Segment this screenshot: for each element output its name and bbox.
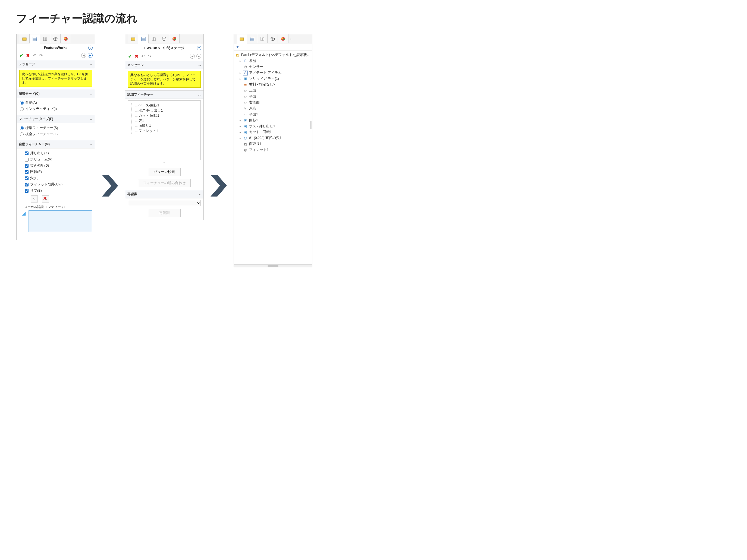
tab-feature-icon[interactable]: [128, 34, 138, 43]
svg-rect-0: [23, 38, 26, 41]
tree-item[interactable]: ▸▣カット - 回転1: [235, 129, 311, 135]
radio-interactive[interactable]: インタラクティブ(I): [19, 106, 92, 112]
tab-dim-icon[interactable]: [159, 34, 169, 43]
svg-rect-5: [45, 38, 47, 41]
tree-item[interactable]: ▱平面1: [235, 112, 311, 117]
clear-selection-icon[interactable]: ⇖✕: [42, 195, 49, 203]
list-item[interactable]: フィレット1: [134, 128, 198, 134]
tab-property-icon[interactable]: [138, 34, 149, 44]
tab-property-icon[interactable]: [30, 34, 40, 44]
next-icon[interactable]: ►: [197, 54, 201, 59]
filter-bar[interactable]: ▼: [234, 44, 312, 51]
list-item[interactable]: 面取り1: [134, 123, 198, 128]
prev-icon[interactable]: ◄: [190, 54, 195, 59]
undo-icon[interactable]: ↶: [32, 53, 37, 58]
horizontal-scrollbar[interactable]: [234, 264, 312, 267]
combine-button[interactable]: フィーチャーの組み合わせ: [138, 179, 191, 187]
svg-point-22: [173, 37, 174, 39]
help-icon[interactable]: ?: [197, 46, 201, 50]
chk-volume[interactable]: ボリューム(V): [24, 156, 92, 163]
tree-item[interactable]: ▸Aアノテート アイテム: [235, 70, 311, 76]
pattern-search-button[interactable]: パターン検索: [148, 168, 181, 176]
radio-sheetmetal[interactable]: 板金フィーチャー(L): [19, 131, 92, 137]
auto-header[interactable]: 自動フィーチャー(M)︿: [17, 140, 95, 149]
type-header[interactable]: フィーチャー タイプ(F)︿: [17, 115, 95, 123]
select-filter-icon[interactable]: ⇖: [31, 195, 38, 203]
tab-property-icon[interactable]: [247, 34, 257, 43]
chk-extrude[interactable]: 押し出し(X): [24, 150, 92, 156]
radio-standard[interactable]: 標準フィーチャー(S): [19, 125, 92, 131]
next-icon[interactable]: ►: [88, 53, 93, 58]
rerecog-button[interactable]: 再認識: [148, 209, 181, 217]
tab-dim-icon[interactable]: [50, 34, 60, 43]
entity-select-box[interactable]: [28, 210, 92, 232]
overflow-icon[interactable]: ›: [288, 34, 294, 43]
expand-icon[interactable]: ▸: [239, 59, 241, 63]
ok-icon[interactable]: ✔: [19, 53, 24, 58]
list-item[interactable]: カット-回転1: [134, 113, 198, 118]
tree-item[interactable]: ▸◉回転1: [235, 117, 311, 124]
tab-config-icon[interactable]: [40, 34, 50, 43]
chk-hole[interactable]: 穴(H): [24, 175, 92, 181]
mode-header[interactable]: 認識モード(C)︿: [17, 89, 95, 98]
undo-icon[interactable]: ↶: [140, 54, 145, 59]
tree-item[interactable]: ▱右側面: [235, 100, 311, 106]
redo-icon[interactable]: ↷: [38, 53, 43, 58]
expand-icon[interactable]: ▸: [239, 118, 241, 123]
svg-point-23: [174, 38, 176, 40]
chk-draft[interactable]: 抜き勾配(D): [24, 163, 92, 169]
radio-auto[interactable]: 自動(A): [19, 100, 92, 106]
tree-item[interactable]: ◔センサー: [235, 64, 311, 70]
scroll-grip-icon[interactable]: [310, 121, 312, 129]
panel1-msg-header[interactable]: メッセージ︿: [17, 60, 95, 69]
cancel-icon[interactable]: ✖: [25, 53, 30, 58]
tab-dim-icon[interactable]: [267, 34, 278, 43]
recognized-feature-list[interactable]: ベース-回転1ボス-押し出し1カット-回転1穴1面取り1フィレット1: [128, 101, 201, 160]
tab-feature-icon[interactable]: [237, 34, 247, 44]
tree-item[interactable]: ≣材料 <指定なし>: [235, 82, 311, 88]
svg-rect-16: [152, 37, 153, 41]
resize-grip-icon[interactable]: ○: [128, 160, 201, 165]
tree-item[interactable]: ▸◎#1 (0.228) 直径の穴1: [235, 135, 311, 141]
list-item[interactable]: 穴1: [134, 118, 198, 124]
redo-icon[interactable]: ↷: [147, 54, 152, 59]
panel2-msg-header[interactable]: メッセージ︿: [125, 61, 203, 69]
chk-revolve[interactable]: 回転(E): [24, 169, 92, 175]
chk-rib[interactable]: リブ(B): [24, 188, 92, 194]
svg-point-11: [66, 38, 67, 40]
ok-icon[interactable]: ✔: [127, 54, 132, 59]
tab-appearance-icon[interactable]: [278, 34, 288, 43]
expand-icon[interactable]: ▸: [239, 71, 241, 76]
tree-item[interactable]: ↳原点: [235, 106, 311, 112]
expand-icon[interactable]: ▸: [239, 124, 241, 129]
tree-item[interactable]: ◐フィレット1: [235, 147, 311, 153]
tab-appearance-icon[interactable]: [60, 34, 71, 43]
tree-item[interactable]: ▱平面: [235, 94, 311, 100]
help-icon[interactable]: ?: [88, 46, 93, 50]
tree-root[interactable]: ◩ Part4 (デフォルト) <<デフォルト>_表示状態 1: [235, 52, 311, 58]
feat-header[interactable]: 認識フィーチャー︿: [125, 90, 203, 99]
tab-feature-icon[interactable]: [19, 34, 30, 43]
svg-point-10: [64, 37, 66, 39]
tree-item[interactable]: ▸🗀履歴: [235, 58, 311, 64]
feature-tree[interactable]: ◩ Part4 (デフォルト) <<デフォルト>_表示状態 1 ▸🗀履歴◔センサ…: [234, 51, 312, 155]
list-item[interactable]: ボス-押し出し1: [134, 108, 198, 113]
chk-fillet[interactable]: フィレット/面取り(/): [24, 181, 92, 188]
expand-icon[interactable]: ▸: [239, 77, 241, 81]
tree-item[interactable]: ▸▣ボス - 押し出し1: [235, 124, 311, 130]
tab-appearance-icon[interactable]: [169, 34, 180, 43]
plane-icon: ▱: [243, 88, 248, 93]
cancel-icon[interactable]: ✖: [134, 54, 139, 59]
prev-icon[interactable]: ◄: [81, 53, 86, 58]
rerecog-select[interactable]: [128, 200, 201, 206]
tab-config-icon[interactable]: [149, 34, 159, 43]
tree-item[interactable]: ◩面取り1: [235, 141, 311, 147]
tab-config-icon[interactable]: [257, 34, 267, 43]
tree-item[interactable]: ▸▣ソリッド ボディ(1): [235, 76, 311, 82]
resize-grip-icon[interactable]: ○: [19, 232, 92, 237]
tree-item[interactable]: ▱正面: [235, 88, 311, 94]
rerecog-header[interactable]: 再認識︿: [125, 190, 203, 198]
expand-icon[interactable]: ▸: [239, 136, 241, 141]
list-item[interactable]: ベース-回転1: [134, 103, 198, 108]
expand-icon[interactable]: ▸: [239, 130, 241, 135]
